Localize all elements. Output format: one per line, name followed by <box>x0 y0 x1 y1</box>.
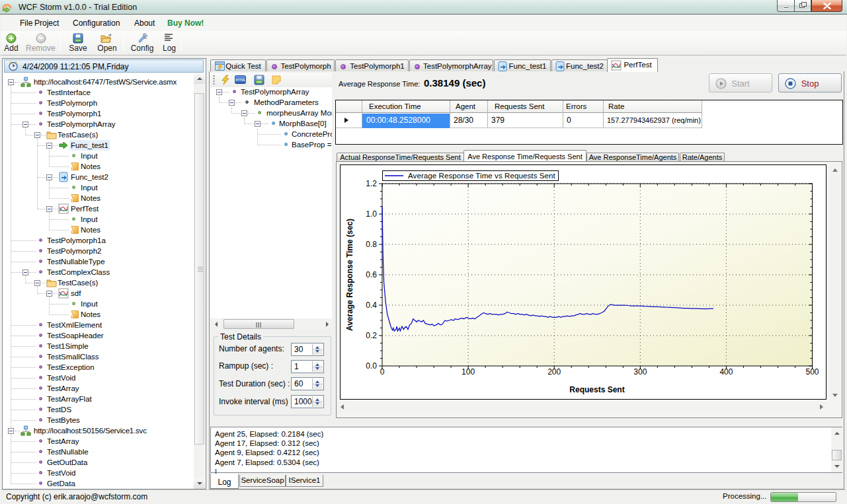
svg-text:500: 500 <box>805 367 819 377</box>
svg-text:Average Response Time vs Reque: Average Response Time vs Requests Sent <box>408 172 556 180</box>
svg-text:400: 400 <box>719 367 733 377</box>
svg-text:0.8: 0.8 <box>366 240 377 249</box>
svg-text:100: 100 <box>462 367 475 377</box>
svg-text:0.4: 0.4 <box>366 301 377 310</box>
svg-text:1.0: 1.0 <box>366 209 377 219</box>
svg-text:0.2: 0.2 <box>366 331 377 340</box>
svg-text:XHTML: XHTML <box>235 79 246 82</box>
svg-text:200: 200 <box>547 367 561 377</box>
svg-text:300: 300 <box>633 367 647 377</box>
svg-text:0.0: 0.0 <box>366 361 377 371</box>
svg-text:Average Response Time (sec): Average Response Time (sec) <box>345 219 354 331</box>
svg-text:Requests Sent: Requests Sent <box>569 385 624 394</box>
svg-text:0: 0 <box>380 367 385 377</box>
svg-text:1.2: 1.2 <box>366 179 377 188</box>
svg-text:0.6: 0.6 <box>366 270 377 279</box>
